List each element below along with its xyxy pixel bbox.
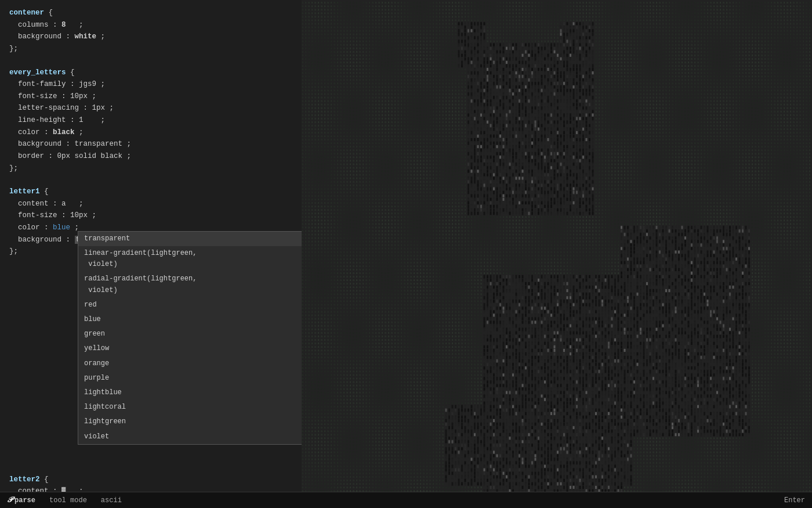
ascii-art-wrapper (302, 0, 812, 492)
toolbar-ascii[interactable]: ascii (101, 496, 122, 505)
selector-letter2: letter2 (9, 475, 40, 484)
brand-icon: 𝒫 (7, 496, 12, 505)
dropdown-option-lightgreen[interactable]: lightgreen (78, 415, 302, 429)
dropdown-option-radial-gradient[interactable]: radial-gradient(lightgreen, violet) (78, 272, 302, 297)
dropdown-option-transparent[interactable]: transparent (78, 232, 302, 246)
background-dropdown[interactable]: transparent linear-gradient(lightgreen, … (78, 231, 302, 445)
selector-every-letters: every_letters (9, 69, 66, 77)
dropdown-option-yellow[interactable]: yellow (78, 341, 302, 356)
dropdown-option-lightblue[interactable]: lightblue (78, 385, 302, 400)
selector-contener: contener (9, 9, 44, 17)
selector-letter1: letter1 (9, 188, 40, 196)
dropdown-option-linear-gradient[interactable]: linear-gradient(lightgreen, violet) (78, 246, 302, 272)
dropdown-option-red[interactable]: red (78, 298, 302, 312)
toolbar: 𝒫 parse tool mode ascii Enter (0, 492, 812, 508)
dropdown-option-lightcoral[interactable]: lightcoral (78, 400, 302, 415)
prop-background: background : white ; (18, 33, 105, 41)
brand-logo: 𝒫 parse (7, 496, 35, 505)
dropdown-option-orange[interactable]: orange (78, 356, 302, 371)
dropdown-option-blue[interactable]: blue (78, 312, 302, 327)
dropdown-option-violet[interactable]: violet (78, 430, 302, 444)
canvas-panel (302, 0, 812, 492)
ascii-canvas (302, 0, 812, 492)
code-block-every-letters: every_letters { font-family : jgs9 ; fon… (9, 67, 292, 175)
toolbar-enter[interactable]: Enter (784, 496, 805, 505)
toolbar-tool-mode[interactable]: tool mode (49, 496, 87, 505)
main-area: contener { columns : 8 ; background : wh… (0, 0, 812, 492)
code-block-letter2: letter2 { content : ▓ ; font-size : 10px… (9, 474, 292, 492)
code-panel: contener { columns : 8 ; background : wh… (0, 0, 302, 492)
dropdown-option-purple[interactable]: purple (78, 371, 302, 385)
value-blue: blue (53, 224, 70, 232)
prop-columns: columns : 8 ; (18, 21, 84, 29)
code-block-contener: contener { columns : 8 ; background : wh… (9, 7, 292, 55)
dropdown-option-green[interactable]: green (78, 327, 302, 341)
code-block-letter1: letter1 { content : a ; font-size : 10px… (9, 186, 292, 467)
brand-name: parse (14, 496, 35, 505)
